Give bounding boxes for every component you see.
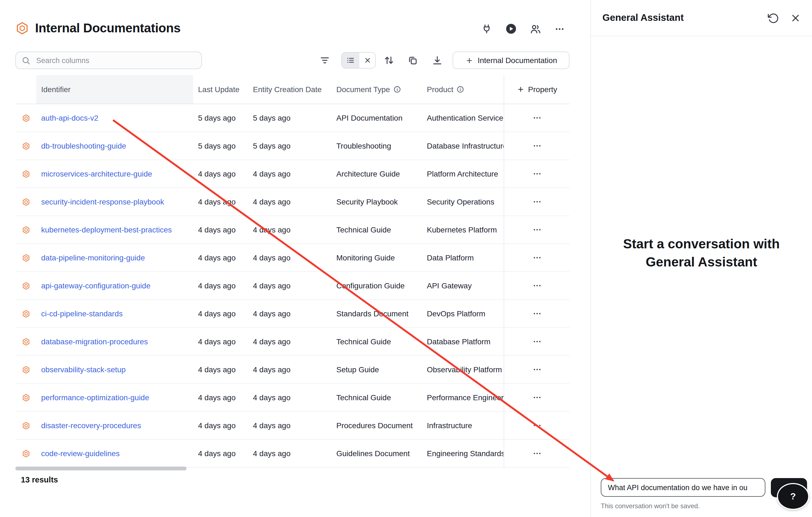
table-row[interactable]: code-review-guidelines 4 days ago 4 days… <box>16 440 570 468</box>
reset-conversation-button[interactable] <box>767 12 779 24</box>
assistant-empty-state: Start a conversation with General Assist… <box>591 235 812 271</box>
column-header-product[interactable]: Product <box>422 75 504 103</box>
property-column-header: Property <box>504 75 570 103</box>
info-icon <box>457 86 464 93</box>
row-more-button[interactable] <box>504 104 570 131</box>
new-internal-documentation-button[interactable]: Internal Documentation <box>453 52 570 69</box>
app-logo-icon <box>16 21 29 35</box>
row-more-button[interactable] <box>504 412 570 439</box>
table-row[interactable]: auth-api-docs-v2 5 days ago 5 days ago A… <box>16 104 570 132</box>
last-update-cell: 4 days ago <box>193 449 248 458</box>
document-rune-icon <box>16 309 36 318</box>
table-row[interactable]: microservices-architecture-guide 4 days … <box>16 160 570 188</box>
identifier-link[interactable]: data-pipeline-monitoring-guide <box>41 253 145 262</box>
plus-icon <box>465 56 473 64</box>
identifier-link[interactable]: performance-optimization-guide <box>41 393 149 402</box>
identifier-link[interactable]: api-gateway-configuration-guide <box>41 281 150 290</box>
table-row[interactable]: security-incident-response-playbook 4 da… <box>16 188 570 216</box>
question-mark: ? <box>790 491 796 502</box>
table-row[interactable]: db-troubleshooting-guide 5 days ago 5 da… <box>16 132 570 160</box>
identifier-link[interactable]: disaster-recovery-procedures <box>41 421 141 430</box>
document-type-cell: Technical Guide <box>331 337 422 346</box>
row-more-button[interactable] <box>504 244 570 271</box>
identifier-link[interactable]: database-migration-procedures <box>41 337 148 346</box>
column-label: Identifier <box>41 85 70 94</box>
column-header-last-update[interactable]: Last Update <box>193 75 248 103</box>
copy-button[interactable] <box>407 54 420 67</box>
document-rune-icon <box>16 449 36 458</box>
document-type-cell: Setup Guide <box>331 365 422 374</box>
empty-state-line2: General Assistant <box>591 253 812 271</box>
run-button[interactable] <box>505 23 517 34</box>
identifier-link[interactable]: code-review-guidelines <box>41 449 120 458</box>
add-property-button[interactable]: Property <box>513 85 560 94</box>
document-type-cell: Troubleshooting <box>331 142 422 150</box>
list-view-button[interactable] <box>342 53 359 68</box>
column-header-identifier[interactable]: Identifier <box>36 75 193 103</box>
table-row[interactable]: disaster-recovery-procedures 4 days ago … <box>16 412 570 440</box>
last-update-cell: 5 days ago <box>193 142 248 150</box>
product-cell: Performance Engineering <box>422 393 504 402</box>
last-update-cell: 4 days ago <box>193 225 248 234</box>
row-more-button[interactable] <box>504 132 570 159</box>
document-type-cell: API Documentation <box>331 114 422 122</box>
page-more-button[interactable] <box>554 23 565 34</box>
document-rune-icon <box>16 142 36 150</box>
more-horizontal-icon <box>532 365 542 374</box>
download-button[interactable] <box>432 54 445 67</box>
close-panel-button[interactable] <box>790 12 801 24</box>
table-row[interactable]: observability-stack-setup 4 days ago 4 d… <box>16 356 570 384</box>
row-more-button[interactable] <box>504 384 570 411</box>
clear-view-button[interactable] <box>359 53 375 68</box>
column-header-document-type[interactable]: Document Type <box>331 75 422 103</box>
identifier-link[interactable]: db-troubleshooting-guide <box>41 142 126 150</box>
search-columns-input[interactable] <box>35 56 196 65</box>
document-type-cell: Procedures Document <box>331 421 422 430</box>
horizontal-scrollbar[interactable] <box>16 466 186 470</box>
identifier-link[interactable]: observability-stack-setup <box>41 365 126 374</box>
column-header-entity-creation-date[interactable]: Entity Creation Date <box>248 75 331 103</box>
more-horizontal-icon <box>532 197 542 207</box>
product-cell: API Gateway <box>422 281 504 290</box>
row-more-button[interactable] <box>504 300 570 327</box>
row-more-button[interactable] <box>504 328 570 355</box>
identifier-link[interactable]: auth-api-docs-v2 <box>41 114 98 122</box>
identifier-link[interactable]: ci-cd-pipeline-standards <box>41 309 123 318</box>
sort-button[interactable] <box>383 54 397 67</box>
filter-button[interactable] <box>319 54 332 67</box>
assistant-message-input[interactable] <box>601 478 765 497</box>
row-more-button[interactable] <box>504 188 570 215</box>
document-rune-icon <box>16 393 36 402</box>
page-header: Internal Documentations <box>16 21 180 36</box>
row-more-button[interactable] <box>504 216 570 243</box>
filter-icon <box>319 55 330 66</box>
row-more-button[interactable] <box>504 356 570 383</box>
table-row[interactable]: kubernetes-deployment-best-practices 4 d… <box>16 216 570 244</box>
table-row[interactable]: database-migration-procedures 4 days ago… <box>16 328 570 356</box>
entity-creation-date-cell: 4 days ago <box>248 225 331 234</box>
help-button[interactable]: ? <box>777 483 809 510</box>
table-row[interactable]: performance-optimization-guide 4 days ag… <box>16 384 570 412</box>
more-horizontal-icon <box>532 337 542 346</box>
add-property-label: Property <box>528 85 557 94</box>
table-row[interactable]: ci-cd-pipeline-standards 4 days ago 4 da… <box>16 300 570 328</box>
last-update-cell: 5 days ago <box>193 114 248 122</box>
product-cell: Database Platform <box>422 337 504 346</box>
identifier-link[interactable]: security-incident-response-playbook <box>41 197 164 206</box>
table-row[interactable]: api-gateway-configuration-guide 4 days a… <box>16 272 570 300</box>
identifier-link[interactable]: microservices-architecture-guide <box>41 170 152 178</box>
document-type-cell: Configuration Guide <box>331 281 422 290</box>
last-update-cell: 4 days ago <box>193 309 248 318</box>
row-more-button[interactable] <box>504 160 570 187</box>
integrations-button[interactable] <box>481 23 492 34</box>
close-small-icon <box>364 57 371 64</box>
entity-creation-date-cell: 5 days ago <box>248 142 331 150</box>
document-rune-icon <box>16 197 36 206</box>
members-button[interactable] <box>530 23 541 34</box>
identifier-link[interactable]: kubernetes-deployment-best-practices <box>41 225 172 234</box>
users-icon <box>530 23 541 34</box>
row-more-button[interactable] <box>504 440 570 467</box>
row-more-button[interactable] <box>504 272 570 299</box>
table-row[interactable]: data-pipeline-monitoring-guide 4 days ag… <box>16 244 570 272</box>
column-label: Entity Creation Date <box>253 85 322 94</box>
